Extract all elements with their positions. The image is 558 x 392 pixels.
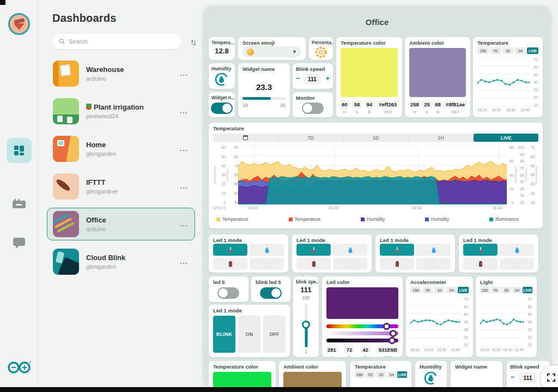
led-mode-option[interactable] xyxy=(416,244,451,256)
toggle-switch-off[interactable] xyxy=(302,102,324,114)
color-swatch xyxy=(409,48,466,97)
dashboard-owner: arduino xyxy=(86,75,178,82)
chart-plot: 70605040302010 xyxy=(410,297,469,347)
widget-led-mode-2: Led 1 mode xyxy=(292,234,372,273)
user-avatar[interactable] xyxy=(8,13,30,35)
led-mode-option[interactable] xyxy=(213,258,247,270)
led-mode-option[interactable] xyxy=(500,244,534,256)
brightness-slider[interactable] xyxy=(326,339,398,342)
widget-temperature-chart: Temperature15D7D1D1HLIVE7060504030201016… xyxy=(473,37,543,117)
tab-1h[interactable]: 1H xyxy=(514,47,526,54)
led-mode-option[interactable] xyxy=(333,244,367,256)
saturation-slider[interactable] xyxy=(326,331,398,335)
led-mode-option[interactable] xyxy=(380,244,414,256)
tab-live[interactable]: LIVE xyxy=(527,47,538,54)
widget-led5-switch: led 5 xyxy=(209,276,248,302)
dashboard-list-item-cloud-blink[interactable]: Cloud Blinkglengarden... xyxy=(52,245,195,278)
color-swatch xyxy=(341,48,398,97)
segment-blink[interactable]: BLINK xyxy=(213,316,235,353)
minus-button[interactable]: − xyxy=(296,74,300,82)
tab-15d[interactable]: 15D xyxy=(480,287,490,293)
tab-7d[interactable]: 7D xyxy=(366,371,375,378)
search-input-wrap xyxy=(52,34,181,49)
tab-calendar[interactable] xyxy=(213,134,278,142)
tab-7d[interactable]: 7D xyxy=(422,287,433,293)
segment-off[interactable]: OFF xyxy=(263,316,286,353)
toggle-switch-off[interactable] xyxy=(217,287,239,299)
tab-1h[interactable]: 1H xyxy=(409,134,474,142)
slider-thumb[interactable] xyxy=(302,321,310,329)
minus-button[interactable]: − xyxy=(511,373,515,381)
tab-live[interactable]: LIVE xyxy=(523,287,532,293)
tab-1h[interactable]: 1H xyxy=(512,287,522,293)
toggle-switch-on[interactable] xyxy=(211,102,233,114)
chart-plot: 70605040302010 xyxy=(480,297,532,347)
more-options-icon[interactable]: ... xyxy=(178,258,190,266)
led-mode-option[interactable] xyxy=(250,244,284,256)
sidebar-item-messages[interactable] xyxy=(11,236,27,251)
sidebar-item-devices[interactable] xyxy=(11,196,27,212)
led-mode-option[interactable] xyxy=(296,244,331,256)
tab-15d[interactable]: 15D xyxy=(355,371,365,378)
x-axis-labels: 16:1016:2016:3016:40 xyxy=(410,348,460,352)
tab-15d[interactable]: 15D xyxy=(477,47,489,54)
tab-15d[interactable]: 15D xyxy=(410,287,421,293)
messages-icon xyxy=(13,237,26,249)
tab-1d[interactable]: 1D xyxy=(501,287,511,293)
search-input[interactable] xyxy=(69,38,175,45)
led-mode-option[interactable] xyxy=(333,258,367,270)
emoji-dropdown[interactable]: ▼ xyxy=(242,46,301,57)
led-mode-option[interactable] xyxy=(463,258,498,270)
tab-7d[interactable]: 7D xyxy=(278,134,344,142)
droplet-icon xyxy=(430,246,437,253)
dashboard-owner: glengardner xyxy=(86,188,178,195)
x-axis-labels: UTC+116:1016:2016:3016:40 xyxy=(209,206,543,212)
tab-1d[interactable]: 1D xyxy=(434,287,445,293)
humidity-droplet-icon xyxy=(214,72,229,87)
more-options-icon[interactable]: ... xyxy=(178,183,190,190)
tab-live[interactable]: LIVE xyxy=(474,134,538,142)
widget-light-chart: Light15D7D1D1HLIVE7060504030201016:1016:… xyxy=(476,276,537,357)
led-mode-option[interactable] xyxy=(213,244,247,256)
tab-live[interactable]: LIVE xyxy=(458,287,469,293)
devices-icon xyxy=(12,198,26,210)
led-mode-option[interactable] xyxy=(380,258,414,270)
more-options-icon[interactable]: ... xyxy=(178,145,190,153)
sort-icon[interactable]: ↑↓ xyxy=(190,37,195,46)
dashboard-thumbnail xyxy=(53,136,79,162)
tab-1h[interactable]: 1H xyxy=(446,287,457,293)
tab-1h[interactable]: 1H xyxy=(387,371,397,378)
led-mode-option[interactable] xyxy=(416,258,451,270)
led-mode-option[interactable] xyxy=(500,258,534,270)
more-options-icon[interactable]: ... xyxy=(178,70,190,77)
dashboard-list-item-plant-irrigation[interactable]: Plant irrigationpinewood24... xyxy=(52,95,195,128)
dashboard-list-item-ifttt[interactable]: IFTTTglengardner... xyxy=(52,170,195,203)
chart-legend: TemperatureTemperatureHumidityHumidityIl… xyxy=(216,216,519,222)
gauge-value: 23.3 xyxy=(238,82,290,92)
tab-7d[interactable]: 7D xyxy=(490,47,501,54)
hue-slider[interactable] xyxy=(326,324,398,328)
tab-live[interactable]: LIVE xyxy=(397,371,407,378)
toggle-switch-on[interactable] xyxy=(260,287,282,299)
dashboard-canvas: Office Tempera... 12.8 Screen emoji ▼ Pe… xyxy=(203,5,551,387)
tab-1d[interactable]: 1D xyxy=(502,47,514,54)
more-options-icon[interactable]: ... xyxy=(178,220,190,228)
sidebar-item-dashboards[interactable] xyxy=(7,138,32,163)
plus-button[interactable]: + xyxy=(325,74,330,82)
widget-ambient-color-2: Ambient color xyxy=(279,361,346,387)
dashboard-list-item-warehouse[interactable]: Warehousearduino... xyxy=(52,57,195,90)
tab-1d[interactable]: 1D xyxy=(376,371,386,378)
led-mode-option[interactable] xyxy=(250,258,284,270)
segment-on[interactable]: ON xyxy=(238,316,260,353)
tab-1d[interactable]: 1D xyxy=(343,134,409,142)
vertical-slider[interactable] xyxy=(305,304,307,347)
widget-humidity: Humidity xyxy=(209,63,235,89)
led-mode-option[interactable] xyxy=(463,244,498,256)
dashboard-list-item-home[interactable]: Homeglengarden... xyxy=(52,132,195,165)
dashboard-list-item-office[interactable]: Officearduino... xyxy=(47,208,195,240)
dashboard-list: Warehousearduino...Plant irrigationpinew… xyxy=(52,57,195,278)
tab-7d[interactable]: 7D xyxy=(491,287,501,293)
dashboard-owner: arduino xyxy=(86,226,178,232)
more-options-icon[interactable]: ... xyxy=(178,107,190,115)
led-mode-option[interactable] xyxy=(296,258,331,270)
